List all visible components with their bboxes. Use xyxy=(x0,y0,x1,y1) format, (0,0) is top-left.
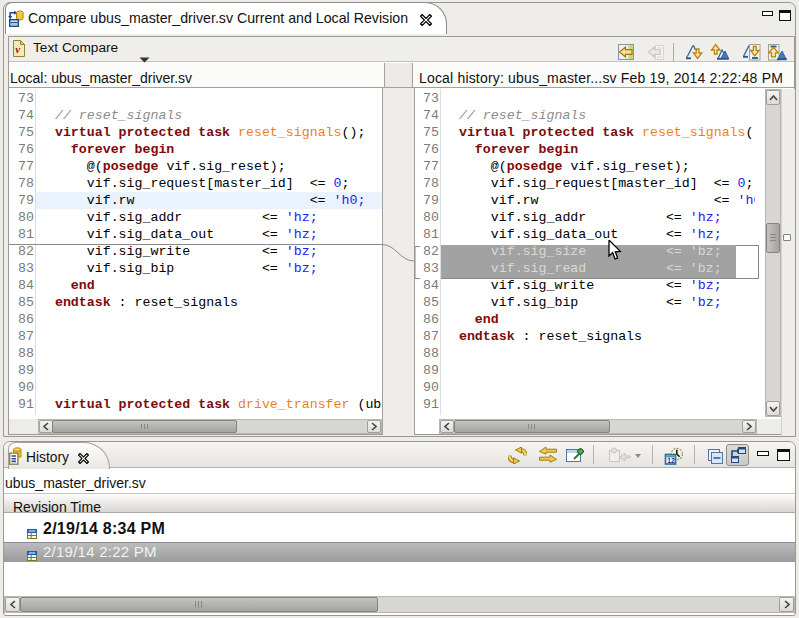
svg-text:v: v xyxy=(15,43,20,55)
svg-text:12: 12 xyxy=(667,457,675,464)
